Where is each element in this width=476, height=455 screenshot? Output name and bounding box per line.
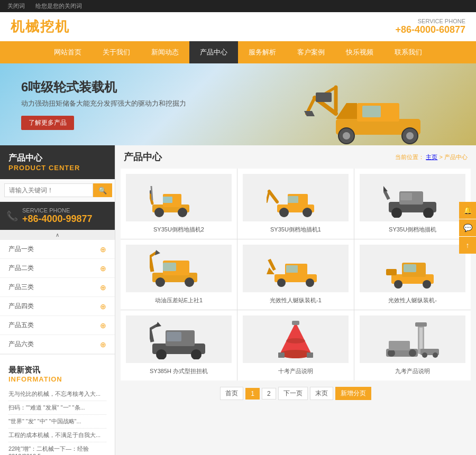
sidebar-arrow-3: ⊕ xyxy=(100,283,106,292)
sidebar-arrow-4: ⊕ xyxy=(100,302,106,311)
product-item-5[interactable]: 光效性人蜒纵装机-1 xyxy=(237,239,354,310)
news-item-3[interactable]: "世界" "发" "中" "中国战略"... xyxy=(8,415,106,429)
main-content: 产品中心 当前位置： 主页 > 产品中心 xyxy=(115,145,476,455)
product-machine-svg-4 xyxy=(150,249,208,289)
news-item-1[interactable]: 无与伦比的机械，不忘考核考入大... xyxy=(8,387,106,401)
pagination-page-2[interactable]: 2 xyxy=(262,388,276,400)
svg-point-53 xyxy=(306,278,314,287)
sidebar-menu-item-1[interactable]: 产品一类 ⊕ xyxy=(0,240,115,259)
svg-point-4 xyxy=(406,132,414,140)
sidebar-menu-item-5[interactable]: 产品五类 ⊕ xyxy=(0,316,115,335)
svg-rect-76 xyxy=(278,352,285,358)
product-item-4[interactable]: 动油压差站E上社1 xyxy=(121,239,237,310)
sidebar-menu-item-6[interactable]: 产品六类 ⊕ xyxy=(0,335,115,354)
product-image-5 xyxy=(243,245,349,292)
product-item-7[interactable]: SY385H 办式型担担机 xyxy=(121,310,237,380)
svg-marker-42 xyxy=(383,186,388,191)
news-item-5[interactable]: 22吨"增"：二机械一下—：经验2012/2010.5... xyxy=(8,442,106,455)
product-name-8: 十考产品说明 xyxy=(278,367,313,375)
breadcrumb-home[interactable]: 主页 xyxy=(426,154,437,160)
content-area: 产品中心 PRODUCT CENTER 🔍 📞 SERVICE PHONE +8… xyxy=(0,145,476,455)
top-bar-link-2[interactable]: 给您是您的关闭词 xyxy=(35,3,82,9)
svg-rect-68 xyxy=(167,332,181,341)
svg-point-3 xyxy=(343,132,350,140)
svg-point-45 xyxy=(185,277,194,287)
svg-rect-6 xyxy=(362,106,381,117)
pagination-page-1[interactable]: 1 xyxy=(245,388,260,400)
nav-item-contact[interactable]: 联系我们 xyxy=(384,41,433,63)
breadcrumb-separator: > xyxy=(440,154,444,160)
sidebar-arrow-6: ⊕ xyxy=(100,340,106,349)
svg-line-33 xyxy=(269,191,277,202)
svg-rect-77 xyxy=(307,352,313,358)
sidebar-menu-label-6: 产品六类 xyxy=(8,340,34,349)
nav-item-products[interactable]: 产品中心 xyxy=(189,41,238,63)
svg-line-27 xyxy=(151,186,152,200)
product-machine-svg-9 xyxy=(383,320,442,359)
chat-btn[interactable]: 💬 xyxy=(459,219,476,236)
product-name-5: 光效性人蜒纵装机-1 xyxy=(270,296,322,304)
search-input[interactable] xyxy=(4,183,93,197)
nav-item-cases[interactable]: 客户案例 xyxy=(287,41,335,63)
news-item-2[interactable]: 扫码：""难道 "发展" "一" "条... xyxy=(8,401,106,415)
pagination-special[interactable]: 新增分页 xyxy=(335,387,371,400)
product-item-8[interactable]: 十考产品说明 xyxy=(237,310,354,380)
product-name-3: SY35U倒档地描机 xyxy=(389,226,436,234)
main-nav: 网站首页 关于我们 新闻动态 产品中心 服务解析 客户案例 快乐视频 联系我们 xyxy=(0,41,476,63)
svg-point-30 xyxy=(279,208,289,217)
svg-marker-49 xyxy=(155,250,160,255)
sidebar-menu-label-2: 产品二类 xyxy=(8,264,34,273)
product-item-1[interactable]: SY35U倒档地描机2 xyxy=(121,169,237,239)
breadcrumb-prefix: 当前位置： xyxy=(395,154,424,160)
sidebar-menu-item-2[interactable]: 产品二类 ⊕ xyxy=(0,259,115,278)
product-machine-svg-3 xyxy=(383,178,442,218)
product-name-4: 动油压差站E上社1 xyxy=(155,296,203,304)
notification-btn[interactable]: 🔔 xyxy=(459,202,476,219)
sidebar-menu-item-3[interactable]: 产品三类 ⊕ xyxy=(0,278,115,297)
sidebar-toggle[interactable]: ∧ xyxy=(0,230,115,240)
svg-marker-10 xyxy=(304,111,315,116)
pagination-first[interactable]: 首页 xyxy=(220,387,243,400)
sidebar-service-info: SERVICE PHONE +86-4000-99877 xyxy=(22,207,93,225)
product-name-6: 光效性人蜒纵装机- xyxy=(388,296,437,304)
product-image-9 xyxy=(360,315,465,363)
pagination-next[interactable]: 下一页 xyxy=(278,387,308,400)
nav-item-video[interactable]: 快乐视频 xyxy=(335,41,384,63)
svg-point-87 xyxy=(433,352,438,358)
nav-item-about[interactable]: 关于我们 xyxy=(92,41,141,63)
product-item-9[interactable]: 九考产品说明 xyxy=(354,310,471,380)
product-machine-svg-1 xyxy=(150,178,208,218)
news-title-cn: 最新资讯 xyxy=(8,365,106,375)
product-item-6[interactable]: 光效性人蜒纵装机- xyxy=(354,239,471,310)
product-item-3[interactable]: SY35U倒档地描机 xyxy=(354,169,471,239)
banner-cta-button[interactable]: 了解更多产品 xyxy=(21,116,74,130)
sidebar-search: 🔍 xyxy=(0,179,115,202)
svg-line-69 xyxy=(150,329,152,342)
sidebar-service-label: SERVICE PHONE xyxy=(22,207,93,213)
product-image-4 xyxy=(126,245,232,292)
sidebar: 产品中心 PRODUCT CENTER 🔍 📞 SERVICE PHONE +8… xyxy=(0,145,115,455)
svg-rect-83 xyxy=(415,322,427,327)
search-button[interactable]: 🔍 xyxy=(93,183,112,197)
sidebar-service-number: +86-4000-99877 xyxy=(22,213,93,225)
sidebar-menu-item-4[interactable]: 产品四类 ⊕ xyxy=(0,297,115,316)
top-btn[interactable]: ↑ xyxy=(459,237,476,254)
product-image-7 xyxy=(126,315,232,363)
svg-rect-75 xyxy=(292,321,299,325)
product-item-2[interactable]: SY35U倒档地描机1 xyxy=(237,169,354,239)
nav-item-home[interactable]: 网站首页 xyxy=(43,41,92,63)
svg-point-59 xyxy=(394,280,402,289)
svg-line-34 xyxy=(267,191,269,202)
nav-item-service[interactable]: 服务解析 xyxy=(238,41,287,63)
sidebar-arrow-2: ⊕ xyxy=(100,264,106,273)
nav-item-news[interactable]: 新闻动态 xyxy=(141,41,189,63)
sidebar-arrow-1: ⊕ xyxy=(100,245,106,254)
svg-rect-63 xyxy=(386,269,397,275)
news-item-4[interactable]: 工程的成本机械，不满足于自我大... xyxy=(8,429,106,442)
top-bar-link-1[interactable]: 关闭词 xyxy=(7,3,25,9)
product-name-7: SY385H 办式型担担机 xyxy=(150,367,208,375)
banner-text: 6吨级轮式装载机 动力强劲扭矩储备大能充分发挥强大的驱动力和挖掘力 了解更多产品 xyxy=(21,79,186,130)
svg-point-44 xyxy=(155,277,165,287)
svg-point-60 xyxy=(423,280,431,289)
pagination-last[interactable]: 末页 xyxy=(310,387,333,400)
